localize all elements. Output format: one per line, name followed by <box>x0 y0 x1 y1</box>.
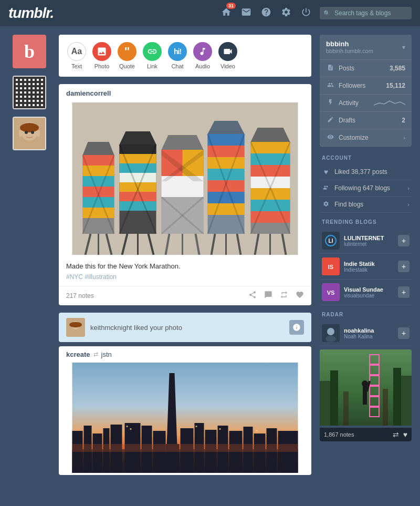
video-icon <box>218 42 237 61</box>
radar-reblog-icon[interactable]: ⇄ <box>393 430 399 439</box>
nyc-skyline-illustration <box>59 363 311 473</box>
audio-button[interactable]: Audio <box>193 42 212 69</box>
link-button[interactable]: Link <box>143 42 162 69</box>
posts-stat[interactable]: Posts 3,585 <box>320 60 412 77</box>
activity-stat[interactable]: Activity <box>320 95 412 112</box>
face-illustration <box>14 118 45 149</box>
notif-avatar <box>66 318 85 337</box>
customize-icon <box>326 133 334 142</box>
svg-text:IS: IS <box>328 264 333 270</box>
heart-icon: ♥ <box>322 168 330 176</box>
drafts-stat[interactable]: Drafts 2 <box>320 112 412 129</box>
svg-marker-63 <box>251 128 290 142</box>
mail-icon[interactable] <box>241 7 251 20</box>
power-icon[interactable] <box>301 7 311 20</box>
chat-label: Chat <box>171 63 183 69</box>
radar-footer: 1,867 notes ⇄ ♥ <box>320 428 412 441</box>
search-input[interactable] <box>320 7 412 19</box>
help-icon[interactable] <box>261 7 271 20</box>
audio-icon <box>193 42 212 61</box>
main-layout: b Aa Text <box>0 26 420 491</box>
blog-avatar-visual: VS <box>322 283 340 301</box>
post-author2-name1[interactable]: kcreate <box>66 350 90 358</box>
svg-point-114 <box>327 328 334 335</box>
blog-info-lul: LULINTERNET lulinternet <box>344 235 398 247</box>
following-link[interactable]: Following 647 blogs › <box>320 180 412 197</box>
left-column: b <box>8 35 50 150</box>
posts-label: Posts <box>339 65 390 72</box>
comment-icon[interactable] <box>264 291 272 301</box>
user-avatar[interactable]: b <box>13 35 46 68</box>
find-blogs-link[interactable]: Find blogs › <box>320 197 412 213</box>
svg-rect-97 <box>254 433 266 473</box>
customize-stat[interactable]: Customize › <box>320 129 412 147</box>
svg-rect-119 <box>330 370 338 426</box>
post-footer-1: 217 notes <box>59 286 311 305</box>
following-label: Following 647 blogs <box>334 184 407 192</box>
like-icon[interactable] <box>296 291 304 301</box>
chat-button[interactable]: hi! Chat <box>168 42 187 69</box>
radar-user-fullname: Noah Kalina <box>344 334 398 339</box>
svg-rect-26 <box>120 173 156 182</box>
customize-arrow: › <box>403 135 405 141</box>
settings-icon[interactable] <box>281 7 291 20</box>
profile-header[interactable]: bbbinh bbbinh.tumblr.com ▾ <box>320 35 412 60</box>
svg-rect-28 <box>120 192 156 201</box>
post-author-line-2: kcreate ⇄ jstn <box>59 346 311 363</box>
post-tags-1[interactable]: #NYC #illustration <box>59 273 311 286</box>
drafts-value: 2 <box>402 117 405 124</box>
liked-posts-link[interactable]: ♥ Liked 38,377 posts <box>320 164 412 180</box>
followers-value: 15,112 <box>386 82 405 89</box>
blog-name-indie: Indie Statik <box>344 261 398 267</box>
follow-radar-button[interactable]: + <box>398 327 410 339</box>
trending-blog-2: IS Indie Statik Indiestatik + <box>320 254 412 280</box>
svg-marker-22 <box>120 131 156 144</box>
radar-title: RADAR <box>320 312 412 321</box>
svg-point-3 <box>25 131 28 134</box>
video-button[interactable]: Video <box>218 42 237 69</box>
topnav: tumblr. 31 <box>0 0 420 26</box>
quote-button[interactable]: " Quote <box>118 42 136 69</box>
photo-button[interactable]: Photo <box>92 42 111 69</box>
blog-name-visual: Visual Sundae <box>344 286 398 293</box>
quote-icon: " <box>118 42 136 61</box>
water-tower-illustration <box>59 102 311 255</box>
svg-marker-9 <box>83 142 114 155</box>
post-author2-name2[interactable]: jstn <box>101 350 112 358</box>
blog-info-indie: Indie Statik Indiestatik <box>344 261 398 273</box>
text-button[interactable]: Aa Text <box>67 42 86 69</box>
share-icon[interactable] <box>248 291 257 301</box>
svg-rect-2 <box>20 123 39 132</box>
radar-section: RADAR noahkalina Noah Kalina + <box>320 312 412 441</box>
svg-rect-101 <box>127 426 128 427</box>
blog-url-lul: lulinternet <box>344 241 398 247</box>
trending-blog-3: VS Visual Sundae visualsundae + <box>320 280 412 305</box>
svg-text:VS: VS <box>327 290 335 296</box>
notification-bar: keithmcknight liked your photo <box>59 313 311 342</box>
follow-indie-button[interactable]: + <box>398 261 410 272</box>
svg-marker-36 <box>162 135 204 150</box>
notification-action-icon[interactable] <box>289 320 304 335</box>
svg-rect-100 <box>72 444 298 452</box>
activity-sparkline <box>374 99 405 107</box>
svg-rect-52 <box>208 157 245 169</box>
activity-label: Activity <box>339 99 374 107</box>
qr-code <box>14 77 45 108</box>
posts-value: 3,585 <box>390 65 405 72</box>
follow-lul-button[interactable]: + <box>398 235 410 246</box>
reblog-icon[interactable] <box>280 291 288 301</box>
follow-visual-button[interactable]: + <box>398 286 410 298</box>
customize-label: Customize <box>339 134 401 141</box>
followers-stat[interactable]: Followers 15,112 <box>320 77 412 95</box>
svg-rect-15 <box>83 208 114 218</box>
radar-like-icon[interactable]: ♥ <box>403 430 407 439</box>
search-wrap <box>320 7 412 19</box>
svg-rect-120 <box>393 368 401 426</box>
post-composer: Aa Text Photo " Quote Link hi! <box>59 35 311 77</box>
blog-url-visual: visualsundae <box>344 293 398 298</box>
svg-rect-66 <box>251 165 290 177</box>
post-author-1[interactable]: damiencorrell <box>59 84 311 102</box>
trending-section: TRENDING BLOGS LI LULINTERNET lulinterne… <box>320 219 412 305</box>
home-icon[interactable]: 31 <box>221 7 232 20</box>
svg-text:LI: LI <box>329 238 333 244</box>
